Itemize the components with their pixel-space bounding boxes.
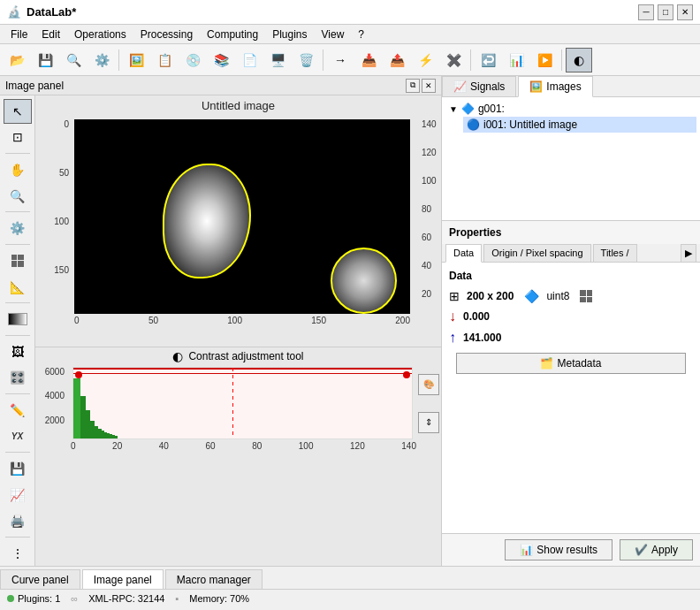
status-sep2: ▪ — [175, 593, 179, 604]
tb-sep3 — [470, 50, 471, 71]
properties-tabs: Data Origin / Pixel spacing Titles / ▶ — [442, 244, 700, 263]
tb-cancel[interactable]: ✖️ — [440, 48, 467, 72]
props-data-section: Data — [449, 270, 693, 282]
tool-region[interactable]: ⊡ — [4, 126, 32, 150]
props-grid-icon — [580, 290, 592, 302]
tool-sep3 — [5, 244, 30, 245]
properties-panel: Properties Data Origin / Pixel spacing T… — [442, 221, 700, 566]
bottom-tabs: Curve panel Image panel Macro manager — [0, 566, 700, 589]
show-results-button[interactable]: 📊 Show results — [505, 539, 612, 560]
tab-images[interactable]: 🖼️ Images — [518, 76, 592, 97]
apply-icon: ✔️ — [635, 544, 648, 556]
bottom-tab-macro[interactable]: Macro manager — [165, 569, 262, 589]
menu-view[interactable]: View — [315, 27, 352, 42]
minimize-button[interactable]: ─ — [638, 4, 654, 20]
panel-restore-button[interactable]: ⧉ — [406, 79, 420, 93]
contrast-btn-2[interactable]: ⇕ — [418, 412, 439, 433]
tb-arrow2[interactable]: ↩️ — [475, 48, 501, 72]
bottom-tab-image[interactable]: Image panel — [82, 569, 164, 589]
maximize-button[interactable]: □ — [658, 4, 673, 20]
props-tab-titles[interactable]: Titles / — [593, 244, 637, 262]
tb-stack2[interactable]: 📄 — [236, 48, 262, 72]
bottom-tab-curve[interactable]: Curve panel — [0, 569, 80, 589]
tb-open[interactable]: 📂 — [4, 48, 30, 72]
tb-export2[interactable]: 📤 — [384, 48, 410, 72]
hx-0: 0 — [71, 441, 76, 451]
close-button[interactable]: ✕ — [677, 4, 693, 20]
tool-filter[interactable]: 🎛️ — [4, 366, 32, 391]
tool-select[interactable]: ↖ — [4, 99, 32, 124]
props-tab-origin[interactable]: Origin / Pixel spacing — [483, 244, 590, 262]
tab-signals[interactable]: 📈 Signals — [442, 76, 516, 96]
tb-dup[interactable]: 📋 — [151, 48, 178, 72]
tool-ruler[interactable]: 📐 — [4, 275, 32, 300]
tool-sep7 — [5, 452, 30, 453]
tool-pan[interactable]: ✋ — [4, 157, 32, 182]
tb-process[interactable]: ⚡ — [412, 48, 438, 72]
tb-save[interactable]: 💾 — [32, 48, 58, 72]
yx-icon: YX — [11, 431, 23, 441]
x-label-150: 150 — [311, 316, 326, 325]
histogram-chart[interactable] — [72, 367, 413, 439]
tool-export-img[interactable]: 🖼 — [4, 339, 32, 364]
tb-arrow[interactable]: → — [327, 48, 354, 72]
size-icon: ⊞ — [449, 289, 460, 303]
tree-image-label: i001: Untitled image — [483, 118, 577, 131]
props-tab-data[interactable]: Data — [445, 244, 482, 263]
status-plugins: Plugins: 1 — [7, 593, 60, 604]
tb-import[interactable]: 📥 — [355, 48, 382, 72]
hx-100: 100 — [299, 441, 314, 451]
status-dot — [7, 595, 14, 602]
menu-processing[interactable]: Processing — [133, 27, 200, 42]
tb-signal[interactable]: 📊 — [503, 48, 529, 72]
tb-new[interactable]: 🖼️ — [123, 48, 149, 72]
hist-x-axis: 0 20 40 60 80 100 120 140 — [71, 441, 416, 451]
tool-print[interactable]: 🖨️ — [4, 509, 32, 534]
tb-zoom[interactable]: 🔍 — [60, 48, 87, 72]
tb-settings[interactable]: ⚙️ — [88, 48, 115, 72]
tool-histogram[interactable]: 📈 — [4, 483, 32, 507]
tree-group[interactable]: ▼ 🔷 g001: — [445, 101, 696, 117]
tree-image[interactable]: 🔵 i001: Untitled image — [463, 117, 696, 133]
tb-contrast[interactable]: ◐ — [566, 48, 592, 72]
status-bar: Plugins: 1 ∞ XML-RPC: 32144 ▪ Memory: 70… — [0, 589, 700, 606]
tb-monitor[interactable]: 🖥️ — [264, 48, 291, 72]
tb-delete[interactable]: 🗑️ — [293, 48, 319, 72]
hx-120: 120 — [350, 441, 365, 451]
properties-actions: 📊 Show results ✔️ Apply — [442, 533, 700, 566]
status-memory: Memory: 70% — [189, 593, 249, 604]
tool-more[interactable]: ⋮ — [4, 541, 32, 566]
tool-gear[interactable]: ⚙️ — [4, 216, 32, 240]
apply-label: Apply — [651, 544, 678, 556]
tool-annotate[interactable]: ✏️ — [4, 398, 32, 423]
tool-save-img[interactable]: 💾 — [4, 456, 32, 481]
tb-export[interactable]: 💿 — [179, 48, 206, 72]
main-area: Image panel ⧉ ✕ ↖ ⊡ ✋ 🔍 ⚙️ — [0, 76, 700, 566]
menu-help[interactable]: ? — [351, 27, 371, 42]
menu-edit[interactable]: Edit — [34, 27, 67, 42]
image-title: Untitled image — [35, 95, 441, 116]
tab-images-label: Images — [546, 80, 581, 93]
tool-label[interactable]: YX — [4, 424, 32, 449]
contrast-right-buttons: 🎨 ⇕ — [416, 365, 441, 441]
tb-run[interactable]: ▶️ — [531, 48, 558, 72]
tb-stack[interactable]: 📚 — [208, 48, 234, 72]
apply-button[interactable]: ✔️ Apply — [620, 539, 693, 560]
props-tab-arrow[interactable]: ▶ — [681, 244, 696, 262]
right-panel: 📈 Signals 🖼️ Images ▼ 🔷 g001: 🔵 i001: Un… — [442, 76, 700, 566]
panel-close-button[interactable]: ✕ — [422, 79, 436, 93]
menu-plugins[interactable]: Plugins — [265, 27, 314, 42]
tool-grid[interactable] — [4, 248, 32, 273]
menu-computing[interactable]: Computing — [200, 27, 265, 42]
metadata-button[interactable]: 🗂️ Metadata — [456, 353, 686, 374]
x-label-50: 50 — [148, 316, 158, 325]
tool-zoom-in[interactable]: 🔍 — [4, 184, 32, 209]
contrast-btn-1[interactable]: 🎨 — [418, 374, 439, 395]
menu-file[interactable]: File — [4, 27, 34, 42]
menu-operations[interactable]: Operations — [67, 27, 133, 42]
tool-colormap[interactable] — [4, 307, 32, 332]
hx-60: 60 — [205, 441, 215, 451]
hist-y-2000: 2000 — [35, 416, 65, 425]
y-label-50: 50 — [59, 168, 69, 178]
y-label-100: 100 — [54, 217, 69, 226]
